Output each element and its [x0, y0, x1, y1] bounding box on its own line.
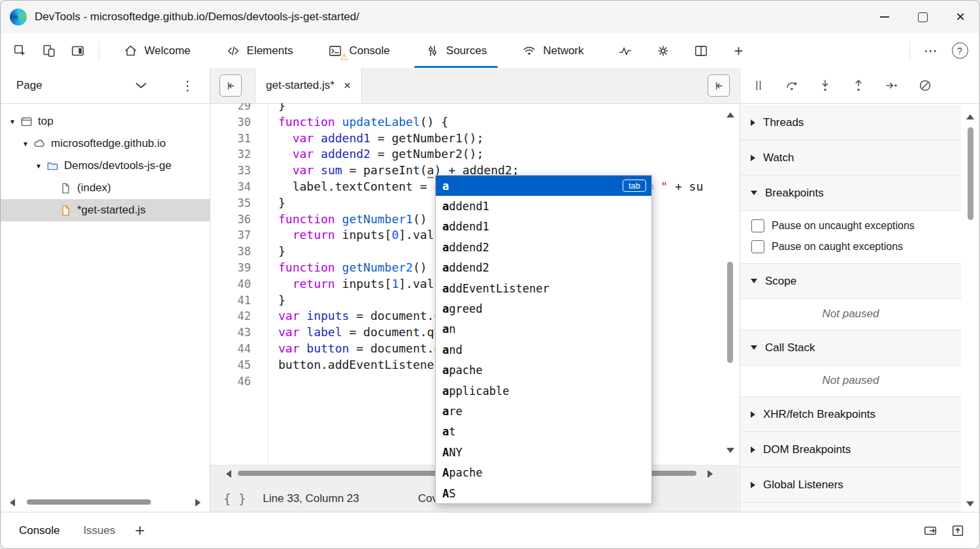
maximize-button[interactable] [904, 1, 941, 33]
drawer-tab-issues[interactable]: Issues [71, 512, 127, 548]
pretty-print-icon[interactable]: { } [223, 492, 246, 506]
performance-icon [618, 44, 632, 58]
tree-item-index[interactable]: (index) [1, 177, 210, 199]
tab-network[interactable]: Network [504, 34, 601, 68]
autocomplete-item[interactable]: addend2 [436, 258, 651, 278]
triangle-right-icon [751, 447, 755, 453]
focus-page-button[interactable] [63, 37, 92, 65]
code-token [314, 147, 321, 161]
scroll-down-icon[interactable] [727, 448, 734, 453]
scroll-down-icon[interactable] [966, 501, 974, 507]
section-xhr-fetch-breakpoints[interactable]: XHR/fetch Breakpoints [740, 397, 961, 432]
section-scope[interactable]: Scope [740, 264, 961, 299]
section-call-stack[interactable]: Call Stack [740, 330, 961, 366]
scroll-left-icon[interactable] [226, 470, 231, 478]
memory-button[interactable] [649, 37, 678, 65]
autocomplete-item[interactable]: addend1 [436, 196, 651, 216]
scroll-right-icon[interactable] [708, 470, 713, 478]
expand-panel-icon[interactable] [951, 524, 965, 538]
code-text: var addend1 = getNumber1(); [268, 131, 483, 147]
page-tab[interactable]: Page [16, 79, 42, 92]
pause-option-row[interactable]: Pause on caught exceptions [740, 236, 961, 257]
add-drawer-tab-button[interactable]: + [135, 520, 145, 541]
checkbox[interactable] [751, 240, 764, 253]
step-button[interactable] [879, 72, 905, 99]
section-breakpoints[interactable]: Breakpoints [740, 176, 961, 211]
layout-button[interactable] [687, 37, 715, 65]
autocomplete-item[interactable]: are [436, 401, 651, 421]
dropdown-chevron-icon[interactable] [135, 82, 147, 89]
autocomplete-item[interactable]: AS [436, 483, 651, 503]
drawer-tab-console[interactable]: Console [7, 512, 71, 548]
screencast-icon[interactable] [923, 524, 938, 538]
autocomplete-item[interactable]: atab [436, 176, 651, 196]
customize-menu-button[interactable]: ⋯ [917, 37, 945, 65]
section-threads[interactable]: Threads [740, 105, 961, 140]
autocomplete-item[interactable]: and [436, 339, 651, 360]
autocomplete-item[interactable]: applicable [436, 381, 651, 401]
section-global-listeners[interactable]: Global Listeners [740, 467, 961, 503]
tree-item-get-started-js[interactable]: *get-started.js [1, 199, 210, 221]
kebab-menu-icon[interactable]: ⋮ [181, 78, 194, 93]
editor-tab[interactable]: get-started.js* × [255, 68, 362, 103]
tab-label: Elements [247, 44, 293, 57]
scrollbar-thumb[interactable] [968, 127, 973, 220]
autocomplete-item[interactable]: an [436, 319, 651, 339]
code-token: getNumber2 [342, 260, 413, 274]
scrollbar-thumb[interactable] [27, 499, 151, 505]
autocomplete-item[interactable]: ANY [436, 442, 651, 462]
tab-elements[interactable]: Elements [208, 34, 311, 68]
scrollbar-thumb[interactable] [727, 262, 733, 363]
code-token: button.addEventListener( [278, 358, 448, 371]
performance-button[interactable] [611, 37, 640, 65]
pause-option-row[interactable]: Pause on uncaught exceptions [740, 215, 961, 236]
code-token: inputs [306, 309, 349, 322]
help-button[interactable]: ? [945, 37, 974, 65]
scroll-left-icon[interactable] [10, 499, 15, 507]
tab-welcome[interactable]: Welcome [106, 34, 208, 68]
minimize-button[interactable] [866, 1, 904, 33]
tree-item-microsoftedge-github-io[interactable]: ▼microsoftedge.github.io [1, 133, 210, 155]
tab-console[interactable]: ⚠Console [310, 34, 407, 68]
deactivate-breakpoints-button[interactable] [912, 72, 938, 99]
inspect-button[interactable] [6, 37, 35, 65]
autocomplete-item[interactable]: addend2 [436, 237, 651, 257]
step-over-button[interactable] [779, 72, 805, 99]
navigate-back-button[interactable] [220, 74, 242, 97]
tree-item-demos-devtools-js-ge[interactable]: ▼Demos/devtools-js-ge [1, 155, 210, 177]
tab-sources[interactable]: Sources [408, 34, 504, 68]
file-icon [59, 182, 72, 195]
step-into-button[interactable] [812, 72, 838, 99]
device-emulation-button[interactable] [35, 37, 63, 65]
scroll-up-icon[interactable] [727, 112, 734, 118]
autocomplete-item[interactable]: apache [436, 360, 651, 381]
sidebar-h-scrollbar[interactable] [1, 497, 210, 508]
pause-button[interactable] [745, 72, 772, 99]
close-tab-icon[interactable]: × [344, 78, 351, 93]
step-out-button[interactable] [845, 72, 872, 99]
hide-navigator-button[interactable] [708, 74, 730, 97]
checkbox[interactable] [751, 219, 764, 232]
debugger-v-scrollbar[interactable] [962, 105, 979, 512]
autocomplete-item[interactable]: addEventListener [436, 278, 651, 298]
layout-panel-icon [694, 44, 708, 58]
autocomplete-item[interactable]: agreed [436, 298, 651, 319]
code-token [300, 325, 307, 339]
section-watch[interactable]: Watch [740, 140, 961, 176]
tool-tabs: WelcomeElements⚠ConsoleSourcesNetwork [106, 33, 602, 68]
autocomplete-label: applicable [442, 384, 646, 398]
close-button[interactable]: ✕ [941, 1, 979, 33]
editor-v-scrollbar[interactable] [725, 103, 736, 465]
folder-icon [46, 160, 59, 172]
more-tools-button[interactable]: + [725, 37, 753, 65]
tree-item-top[interactable]: ▼top [1, 110, 210, 133]
scroll-right-icon[interactable] [195, 499, 201, 507]
autocomplete-item[interactable]: at [436, 422, 651, 442]
step-over-icon [785, 78, 799, 93]
scroll-up-icon[interactable] [966, 114, 974, 119]
focus-page-icon [71, 44, 85, 58]
section-dom-breakpoints[interactable]: DOM Breakpoints [740, 432, 961, 467]
minimize-icon [880, 16, 889, 18]
autocomplete-item[interactable]: Apache [436, 462, 651, 482]
autocomplete-item[interactable]: addend1 [436, 217, 651, 237]
